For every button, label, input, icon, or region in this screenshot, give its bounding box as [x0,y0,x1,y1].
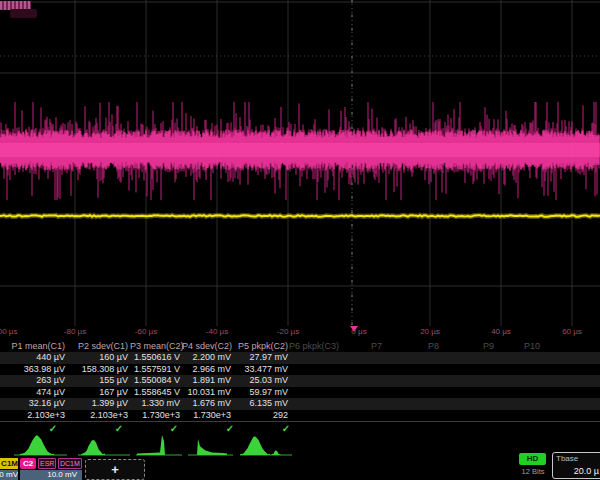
measurement-cell: 1.730e+3 [182,410,233,422]
c2-trace [0,102,600,200]
measurement-cell: 25.03 mV [233,375,290,387]
measurement-cell: 2.103e+3 [0,410,67,422]
param-header-dim[interactable]: P6 pkpk(C3) [289,340,339,352]
c1-coupling-badge: C1M [0,458,18,469]
oscilloscope-screen: -100 µs-80 µs-60 µs-40 µs-20 µs0 µs20 µs… [0,0,600,480]
hd-mode-badge[interactable]: HD [519,453,546,465]
c2-eres-tag: ESR [38,458,56,469]
measurement-cell: 59.97 mV [233,387,290,399]
measurement-cell: 292 [233,410,290,422]
measurement-cell: 474 µV [0,387,67,399]
timebase-scale: 20.0 µ [553,466,599,476]
descriptor-bar: C1M 0 mV C2 ESR DC1M 10.0 mV + HD 12 Bit… [0,458,600,480]
measurement-row: 2.103e+32.103e+31.730e+31.730e+3292 [0,410,600,423]
param-header-p3[interactable]: P3 mean(C2) [130,340,182,352]
param-header-dim[interactable]: P10 [524,340,540,352]
timebase-descriptor[interactable]: Tbase 20.0 µ [552,452,600,479]
time-axis-label: 0 µs [351,327,366,336]
measurement-cell: 1.550084 V [130,375,182,387]
timebase-label: Tbase [556,454,578,463]
measurement-cell: 160 µV [67,352,130,364]
measurement-row: 474 µV167 µV1.558645 V10.031 mV59.97 mV [0,387,600,399]
time-axis-label: -80 µs [64,327,86,336]
param-header-dim[interactable]: P9 [483,340,494,352]
c2-descriptor[interactable]: C2 ESR DC1M 10.0 mV [20,458,82,480]
c2-channel-badge: C2 [20,458,36,469]
c1-descriptor[interactable]: C1M 0 mV [0,458,18,480]
time-axis: -100 µs-80 µs-60 µs-40 µs-20 µs0 µs20 µs… [0,327,600,340]
measurement-cell: 1.730e+3 [130,410,182,422]
param-header-p1[interactable]: P1 mean(C1) [0,340,67,352]
measurement-cell: 1.550616 V [130,352,182,364]
param-header-p4[interactable]: P4 sdev(C2) [182,340,233,352]
measurement-cell: 2.966 mV [182,364,233,376]
measurement-cell: 10.031 mV [182,387,233,399]
time-axis-label: -100 µs [0,327,17,336]
histicon[interactable] [197,439,227,455]
c2-vertical-scale: 10.0 mV [20,470,82,480]
measurement-cell: 1.399 µV [67,398,130,410]
measurement-row: 32.16 µV1.399 µV1.330 mV1.676 mV6.135 mV [0,398,600,410]
measurement-cell: 1.557591 V [130,364,182,376]
param-header-p2[interactable]: P2 sdev(C1) [67,340,130,352]
measurement-row: 440 µV160 µV1.550616 V2.200 mV27.97 mV [0,352,600,364]
time-axis-label: 60 µs [562,327,582,336]
measurement-cell: 2.103e+3 [67,410,130,422]
c1-trace [0,215,600,217]
c1-vertical-scale: 0 mV [0,470,18,480]
measurement-table: P1 mean(C1)P2 sdev(C1)P3 mean(C2)P4 sdev… [0,340,600,435]
measurement-cell: 1.676 mV [182,398,233,410]
measurement-cell: 167 µV [67,387,130,399]
param-header-p5[interactable]: P5 pkpk(C2) [233,340,290,352]
c2-coupling-tag: DC1M [58,458,82,469]
measurement-cell: 1.891 mV [182,375,233,387]
measurement-cell: 2.200 mV [182,352,233,364]
histicon[interactable] [272,450,281,455]
time-axis-label: -20 µs [277,327,299,336]
time-axis-label: 20 µs [420,327,440,336]
param-header-dim[interactable]: P7 [371,340,382,352]
waveform-display[interactable] [0,0,600,326]
measurement-cell: 1.330 mV [130,398,182,410]
measurement-histicons [0,433,600,458]
param-header-dim[interactable]: P8 [428,340,439,352]
time-axis-label: 40 µs [491,327,511,336]
histicon[interactable] [81,440,105,455]
trace-annotation-smudge [10,9,37,18]
histicon[interactable] [20,435,54,455]
measurement-cell: 27.97 mV [233,352,290,364]
histicon[interactable] [137,435,165,455]
time-axis-label: -60 µs [135,327,157,336]
histicon[interactable] [240,436,270,455]
measurement-cell: 363.98 µV [0,364,67,376]
measurement-cell: 1.558645 V [130,387,182,399]
bit-depth-label: 12 Bits [514,467,552,476]
measurement-cell: 158.308 µV [67,364,130,376]
add-trace-button[interactable]: + [85,459,145,480]
measurement-cell: 6.135 mV [233,398,290,410]
measurement-cell: 32.16 µV [0,398,67,410]
time-axis-label: -40 µs [206,327,228,336]
measurement-header-row: P1 mean(C1)P2 sdev(C1)P3 mean(C2)P4 sdev… [0,340,600,352]
plus-icon: + [111,462,119,477]
measurement-cell: 155 µV [67,375,130,387]
measurement-row: 263 µV155 µV1.550084 V1.891 mV25.03 mV [0,375,600,387]
measurement-cell: 263 µV [0,375,67,387]
measurement-cell: 440 µV [0,352,67,364]
measurement-row: 363.98 µV158.308 µV1.557591 V2.966 mV33.… [0,364,600,376]
measurement-cell: 33.477 mV [233,364,290,376]
